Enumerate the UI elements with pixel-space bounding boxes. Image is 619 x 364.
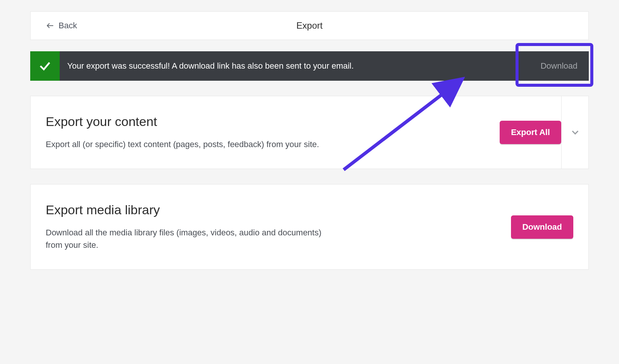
card-title: Export your content [46, 114, 500, 129]
card-description: Export all (or specific) text content (p… [46, 138, 333, 151]
page-title: Export [296, 20, 323, 31]
notice-download-button[interactable]: Download [529, 51, 589, 81]
expand-toggle[interactable] [561, 96, 588, 169]
card-description: Download all the media library files (im… [46, 226, 333, 251]
export-content-card: Export your content Export all (or speci… [30, 96, 589, 169]
back-button[interactable]: Back [46, 21, 77, 31]
success-icon-box [30, 51, 60, 81]
card-actions: Download [511, 215, 573, 239]
card-title: Export media library [46, 203, 511, 217]
notice-message: Your export was successful! A download l… [60, 51, 529, 81]
success-notice: Your export was successful! A download l… [30, 51, 589, 81]
chevron-down-icon [570, 127, 581, 138]
card-text: Export media library Download all the me… [46, 203, 511, 251]
export-media-card: Export media library Download all the me… [30, 184, 589, 270]
card-actions: Export All [500, 121, 561, 144]
export-all-button[interactable]: Export All [500, 121, 561, 144]
card-text: Export your content Export all (or speci… [46, 114, 500, 151]
download-media-button[interactable]: Download [511, 215, 573, 239]
header-bar: Back Export [30, 11, 589, 40]
back-label: Back [59, 21, 77, 31]
arrow-left-icon [46, 21, 55, 30]
check-icon [38, 59, 52, 73]
